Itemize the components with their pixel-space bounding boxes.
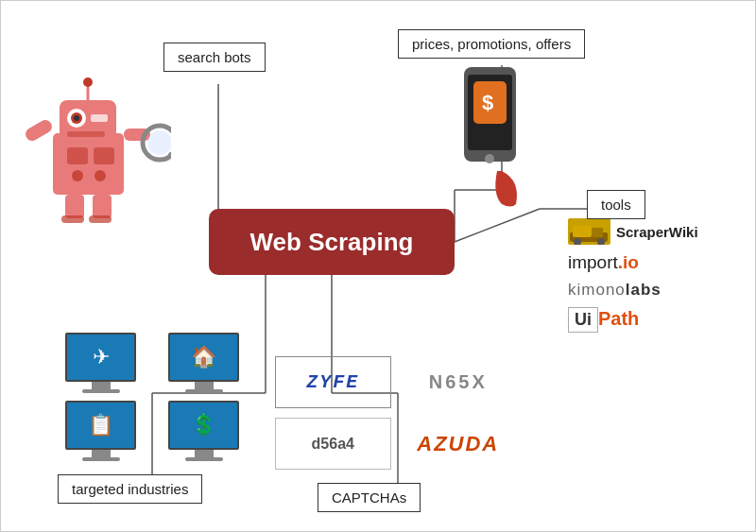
central-topic-label: Web Scraping: [250, 228, 414, 257]
scraper-wiki-icon: [568, 218, 610, 245]
svg-point-34: [83, 77, 93, 87]
robot-illustration: [20, 58, 171, 237]
kimono-labs-label: kimonolabs: [568, 281, 662, 300]
captcha-item-1: ZYFE: [275, 356, 391, 408]
captcha-item-4: AZUDA: [401, 418, 517, 470]
tool-scraper-wiki: ScraperWiki: [568, 218, 743, 245]
svg-point-22: [94, 170, 106, 181]
monitor-realestate: 🏠: [156, 333, 251, 393]
tool-ui-path: UiPath: [568, 307, 743, 333]
targeted-industries-label: targeted industries: [58, 474, 202, 504]
svg-rect-45: [592, 228, 603, 237]
scraper-wiki-label: ScraperWiki: [616, 224, 698, 240]
svg-rect-13: [53, 133, 124, 195]
svg-rect-25: [93, 195, 112, 218]
tools-section: ScraperWiki import.io kimonolabs UiPath: [568, 218, 743, 333]
monitors-grid: ✈ 🏠 📋 💲: [53, 333, 251, 461]
import-io-label: import.io: [568, 252, 639, 273]
central-topic: Web Scraping: [209, 209, 455, 275]
monitors-illustration: ✈ 🏠 📋 💲: [53, 333, 251, 465]
prices-label: prices, promotions, offers: [398, 29, 585, 59]
captcha-item-2: N65X: [401, 356, 517, 408]
robot-svg: [20, 58, 171, 237]
svg-rect-27: [89, 215, 112, 223]
svg-point-39: [485, 154, 494, 163]
svg-rect-21: [94, 147, 114, 164]
ui-path-label: UiPath: [568, 307, 639, 333]
captcha-illustration: ZYFE N65X d56a4 AZUDA: [270, 352, 521, 474]
tools-label: tools: [587, 190, 645, 219]
captcha-item-3: d56a4: [275, 418, 391, 470]
svg-rect-18: [91, 114, 108, 122]
phone-illustration: $: [445, 58, 540, 199]
svg-text:$: $: [482, 91, 493, 114]
svg-line-6: [455, 209, 540, 242]
svg-point-23: [72, 170, 83, 181]
tool-kimono-labs: kimonolabs: [568, 281, 743, 300]
monitor-travel: ✈: [53, 333, 148, 393]
tool-import-io: import.io: [568, 252, 743, 273]
monitor-documents: 📋: [53, 401, 148, 461]
phone-svg: $: [445, 58, 540, 209]
svg-point-31: [147, 130, 171, 155]
svg-rect-42: [573, 226, 592, 237]
svg-rect-19: [67, 131, 105, 137]
captchas-label: CAPTCHAs: [318, 483, 421, 512]
monitor-mobile: 💲: [156, 401, 251, 461]
svg-rect-20: [67, 147, 88, 164]
svg-point-17: [74, 115, 79, 121]
svg-rect-26: [61, 215, 84, 223]
search-bots-label: search bots: [163, 43, 266, 72]
svg-rect-24: [65, 195, 84, 218]
svg-rect-28: [24, 117, 55, 143]
